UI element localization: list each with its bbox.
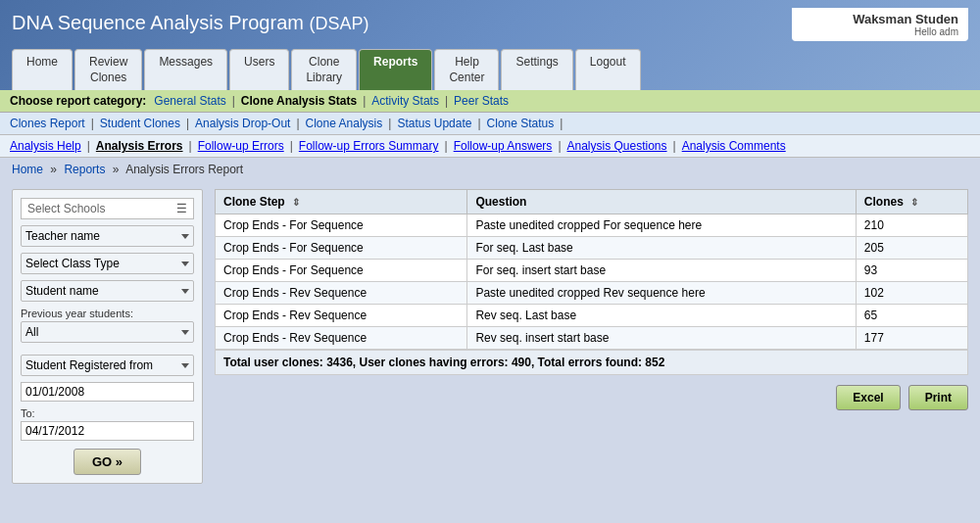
- date-to-input[interactable]: [21, 421, 194, 441]
- tab-logout[interactable]: Logout: [575, 49, 641, 90]
- col-clone-step[interactable]: Clone Step ⇕: [216, 190, 467, 214]
- cell-clones: 93: [856, 260, 967, 282]
- cell-clone-step: Crop Ends - Rev Sequence: [216, 305, 467, 327]
- tab-review-clones[interactable]: ReviewClones: [74, 49, 142, 90]
- subnav-clones-report[interactable]: Clones Report: [10, 117, 85, 130]
- subnav-followup-answers[interactable]: Follow-up Answers: [454, 139, 553, 153]
- tab-users[interactable]: Users: [229, 49, 289, 90]
- table-row: Crop Ends - Rev Sequence Rev seq. Last b…: [216, 305, 968, 327]
- prev-year-label: Previous year students:: [21, 308, 194, 319]
- subnav-clone-status[interactable]: Clone Status: [487, 117, 555, 130]
- cell-clone-step: Crop Ends - For Sequence: [216, 237, 467, 260]
- waksman-box: Waksman Studen Hello adm: [792, 8, 968, 41]
- table-row: Crop Ends - Rev Sequence Rev seq. insert…: [216, 327, 968, 350]
- class-type-select[interactable]: Select Class Type: [21, 253, 194, 274]
- cell-question: Paste unedited cropped For sequence here: [467, 214, 856, 237]
- cell-clone-step: Crop Ends - Rev Sequence: [216, 282, 467, 305]
- student-name-row: Student name: [21, 280, 194, 302]
- sort-clone-step-icon: ⇕: [292, 197, 300, 208]
- cell-clones: 177: [856, 327, 967, 350]
- subnav-activity-stats[interactable]: Activity Stats: [371, 94, 439, 108]
- excel-button[interactable]: Excel: [836, 385, 900, 410]
- tab-help-center[interactable]: HelpCenter: [434, 49, 499, 90]
- waksman-label: Waksman Studen: [802, 12, 958, 26]
- sidebar-inner: Select Schools ☰ Teacher name Select Cla…: [12, 189, 203, 484]
- date-to-row: [21, 421, 194, 441]
- tab-messages[interactable]: Messages: [144, 49, 227, 90]
- subnav-analysis-comments[interactable]: Analysis Comments: [682, 139, 786, 153]
- cell-question: Rev seq. insert start base: [467, 327, 856, 350]
- teacher-name-row: Teacher name: [21, 225, 194, 247]
- date-from-input[interactable]: [21, 382, 194, 402]
- breadcrumb: Home » Reports » Analysis Errors Report: [0, 158, 980, 181]
- breadcrumb-reports[interactable]: Reports: [64, 163, 105, 176]
- go-button[interactable]: GO »: [74, 449, 141, 475]
- reg-from-row: Student Registered from: [21, 355, 194, 376]
- subnav-blue1: Clones Report | Student Clones | Analysi…: [0, 113, 980, 135]
- list-icon: ☰: [176, 202, 187, 215]
- main-content: Select Schools ☰ Teacher name Select Cla…: [0, 181, 980, 492]
- cell-clones: 102: [856, 282, 967, 305]
- table-row: Crop Ends - For Sequence For seq. insert…: [216, 260, 968, 282]
- cell-question: For seq. insert start base: [467, 260, 856, 282]
- print-button[interactable]: Print: [908, 385, 968, 410]
- select-schools-label: Select Schools: [27, 202, 105, 215]
- table-row: Crop Ends - For Sequence For seq. Last b…: [216, 237, 968, 260]
- totals-row: Total user clones: 3436, User clones hav…: [215, 350, 968, 375]
- col-clones[interactable]: Clones ⇕: [856, 190, 967, 214]
- date-from-row: [21, 382, 194, 402]
- subnav-student-clones[interactable]: Student Clones: [100, 117, 180, 130]
- tab-reports[interactable]: Reports: [359, 49, 432, 90]
- class-type-row: Select Class Type: [21, 253, 194, 274]
- cell-question: Rev seq. Last base: [467, 305, 856, 327]
- header: DNA Sequence Analysis Program (DSAP) Wak…: [0, 0, 980, 90]
- cell-question: For seq. Last base: [467, 237, 856, 260]
- table-row: Crop Ends - Rev Sequence Paste unedited …: [216, 282, 968, 305]
- cell-clones: 65: [856, 305, 967, 327]
- col-question: Question: [467, 190, 856, 214]
- subnav-analysis-errors[interactable]: Analysis Errors: [96, 139, 183, 153]
- reg-from-select[interactable]: Student Registered from: [21, 355, 194, 376]
- table-row: Crop Ends - For Sequence Paste unedited …: [216, 214, 968, 237]
- cell-question: Paste unedited cropped Rev sequence here: [467, 282, 856, 305]
- tab-clone-library[interactable]: CloneLibrary: [291, 49, 357, 90]
- prev-year-row: Previous year students: All: [21, 308, 194, 343]
- action-buttons: Excel Print: [215, 385, 968, 410]
- app-title: DNA Sequence Analysis Program (DSAP): [12, 8, 369, 34]
- subnav-general-stats[interactable]: General Stats: [154, 94, 225, 108]
- subnav-analysis-help[interactable]: Analysis Help: [10, 139, 81, 153]
- subnav-clone-analysis-stats[interactable]: Clone Analysis Stats: [241, 94, 357, 108]
- cell-clone-step: Crop Ends - Rev Sequence: [216, 327, 467, 350]
- title-text: DNA Sequence Analysis Program: [12, 12, 304, 33]
- subnav-analysis-questions[interactable]: Analysis Questions: [567, 139, 667, 153]
- hello-label: Hello adm: [802, 26, 958, 37]
- data-table: Clone Step ⇕ Question Clones ⇕ Crop Ends…: [215, 189, 968, 350]
- subnav-peer-stats[interactable]: Peer Stats: [454, 94, 509, 108]
- subnav-clone-analysis[interactable]: Clone Analysis: [306, 117, 383, 130]
- nav-tabs: Home ReviewClones Messages Users CloneLi…: [12, 49, 968, 90]
- cell-clones: 210: [856, 214, 967, 237]
- subnav-green: Choose report category: General Stats | …: [0, 90, 980, 113]
- table-area: Clone Step ⇕ Question Clones ⇕ Crop Ends…: [215, 189, 968, 484]
- acronym-text: (DSAP): [310, 14, 369, 33]
- tab-settings[interactable]: Settings: [501, 49, 572, 90]
- cell-clone-step: Crop Ends - For Sequence: [216, 214, 467, 237]
- student-name-select[interactable]: Student name: [21, 280, 194, 302]
- teacher-name-select[interactable]: Teacher name: [21, 225, 194, 247]
- prev-year-select[interactable]: All: [21, 321, 194, 343]
- subnav-followup-errors-summary[interactable]: Follow-up Errors Summary: [299, 139, 439, 153]
- select-schools[interactable]: Select Schools ☰: [21, 198, 194, 219]
- sidebar: Select Schools ☰ Teacher name Select Cla…: [12, 189, 203, 484]
- subnav-status-update[interactable]: Status Update: [397, 117, 471, 130]
- subnav-blue2: Analysis Help | Analysis Errors | Follow…: [0, 135, 980, 158]
- cell-clone-step: Crop Ends - For Sequence: [216, 260, 467, 282]
- breadcrumb-home[interactable]: Home: [12, 163, 43, 176]
- breadcrumb-current: Analysis Errors Report: [125, 163, 243, 176]
- cell-clones: 205: [856, 237, 967, 260]
- sort-clones-icon: ⇕: [910, 197, 918, 208]
- tab-home[interactable]: Home: [12, 49, 73, 90]
- subnav-green-label: Choose report category:: [10, 94, 146, 108]
- subnav-analysis-dropout[interactable]: Analysis Drop-Out: [195, 117, 290, 130]
- subnav-followup-errors[interactable]: Follow-up Errors: [198, 139, 284, 153]
- totals-text: Total user clones: 3436, User clones hav…: [223, 356, 664, 369]
